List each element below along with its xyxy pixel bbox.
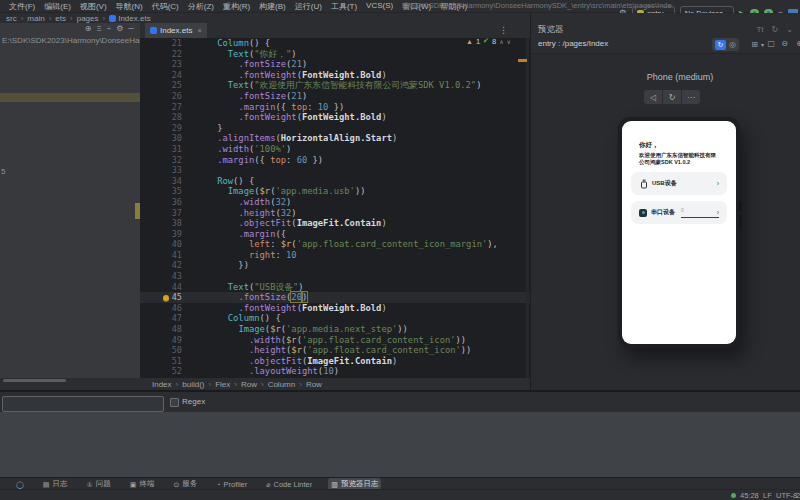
tool-tab-profiler[interactable]: ◔Profiler xyxy=(213,479,250,490)
lightbulb-icon[interactable] xyxy=(163,295,169,301)
gutter[interactable]: 38 xyxy=(140,218,196,229)
editor-breadcrumb-item[interactable]: Flex xyxy=(215,380,230,389)
code-line[interactable]: 35 Image($r('app.media.usb')) xyxy=(140,186,530,197)
preview-target[interactable]: entry : /pages/Index xyxy=(538,39,608,48)
gutter[interactable]: 21 xyxy=(140,38,196,49)
gutter[interactable]: 52 xyxy=(140,366,196,377)
code-line[interactable]: 23 .fontSize(21) xyxy=(140,59,530,70)
code-line[interactable]: 50 .height($r('app.float.card_content_ic… xyxy=(140,345,530,356)
regex-checkbox[interactable] xyxy=(170,398,179,407)
code-line[interactable]: 32 .margin({ top: 60 }) xyxy=(140,155,530,166)
fit-frame-icon[interactable]: ▢ xyxy=(767,40,775,48)
code-line[interactable]: 30 .alignItems(HorizontalAlign.Start) xyxy=(140,133,530,144)
gutter[interactable]: 47 xyxy=(140,313,196,324)
editor-breadcrumb-item[interactable]: Row xyxy=(306,380,322,389)
scrollbar-thumb[interactable] xyxy=(3,379,66,382)
gutter[interactable]: 26 xyxy=(140,91,196,102)
breadcrumb-item[interactable]: pages xyxy=(77,14,99,23)
gutter[interactable]: 32 xyxy=(140,155,196,166)
menu-item[interactable]: 构建(B) xyxy=(259,1,286,12)
gutter[interactable]: 33 xyxy=(140,165,196,176)
gutter[interactable]: 29 xyxy=(140,123,196,134)
close-icon[interactable]: × xyxy=(197,27,201,34)
gutter[interactable]: 50 xyxy=(140,345,196,356)
warning-stripe-mark[interactable] xyxy=(518,59,527,62)
log-content-area[interactable] xyxy=(0,412,800,477)
tab-index-ets[interactable]: Index.ets × xyxy=(145,23,207,38)
gutter[interactable]: 41 xyxy=(140,250,196,261)
rotate-icon[interactable]: ↻ xyxy=(663,90,681,104)
tool-tab-run[interactable]: ◯ xyxy=(13,480,27,489)
code-line[interactable]: 38 .objectFit(ImageFit.Contain) xyxy=(140,218,530,229)
breadcrumb-item[interactable]: Index.ets xyxy=(109,14,150,23)
prev-issue-icon[interactable]: ∧ xyxy=(499,38,503,45)
gutter[interactable]: 36 xyxy=(140,197,196,208)
code-line[interactable]: 29 } xyxy=(140,123,530,134)
font-size-icon[interactable]: Tt xyxy=(756,25,763,34)
hide-panel-icon[interactable]: ⌄ xyxy=(786,25,793,34)
line-separator[interactable]: LF xyxy=(763,491,772,500)
next-issue-icon[interactable]: ∨ xyxy=(507,38,511,45)
gutter[interactable]: 22 xyxy=(140,49,196,60)
gutter[interactable]: 27 xyxy=(140,102,196,113)
code-line[interactable]: 52 .layoutWeight(10) xyxy=(140,366,530,377)
code-line[interactable]: 49 .width($r('app.float.card_content_ico… xyxy=(140,335,530,346)
editor-vscrollbar[interactable] xyxy=(526,38,529,378)
more-icon[interactable]: ⋯ xyxy=(682,90,700,104)
gutter[interactable]: 30 xyxy=(140,133,196,144)
serial-value-input[interactable]: 0 xyxy=(681,207,719,218)
gutter[interactable]: 25 xyxy=(140,80,196,91)
menu-item[interactable]: 编辑(E) xyxy=(44,1,71,12)
usb-device-card[interactable]: USB设备 › xyxy=(631,172,727,195)
gutter[interactable]: 40 xyxy=(140,239,196,250)
code-line[interactable]: 47 Column() { xyxy=(140,313,530,324)
code-line[interactable]: 27 .margin({ top: 10 }) xyxy=(140,102,530,113)
indent-size[interactable]: 2 xyxy=(796,491,800,500)
tool-tab-code-linter[interactable]: ⌀Code Linter xyxy=(263,479,315,490)
code-line[interactable]: 28 .fontWeight(FontWeight.Bold) xyxy=(140,112,530,123)
gutter[interactable]: 28 xyxy=(140,112,196,123)
zoom-out-icon[interactable]: ⊖ xyxy=(781,40,788,48)
editor-breadcrumb-item[interactable]: Row xyxy=(241,380,257,389)
gutter[interactable]: 24 xyxy=(140,70,196,81)
breadcrumb-item[interactable]: main xyxy=(27,14,44,23)
gutter[interactable]: 39 xyxy=(140,229,196,240)
menu-item[interactable]: 运行(U) xyxy=(295,1,322,12)
file-encoding[interactable]: UTF-8 xyxy=(776,491,797,500)
caret-position[interactable]: 45:28 xyxy=(740,491,759,500)
code-line[interactable]: 45 .fontSize(20) xyxy=(140,292,530,303)
project-path-text[interactable]: E:\SDK\SDK2023\Harmony\DonseeHarmonySDK_… xyxy=(2,36,140,45)
code-line[interactable]: 26 .fontSize(21) xyxy=(140,91,530,102)
code-line[interactable]: 43 xyxy=(140,271,530,282)
menu-item[interactable]: 分析(Z) xyxy=(188,1,214,12)
gutter[interactable]: 31 xyxy=(140,144,196,155)
code-line[interactable]: 31 .width('100%') xyxy=(140,144,530,155)
gutter[interactable]: 49 xyxy=(140,335,196,346)
code-line[interactable]: 40 left: $r('app.float.card_content_icon… xyxy=(140,239,530,250)
code-line[interactable]: 22 Text("你好，") xyxy=(140,49,530,60)
gutter[interactable]: 43 xyxy=(140,271,196,282)
code-editor[interactable]: 21 Column() {22 Text("你好，")23 .fontSize(… xyxy=(140,38,530,378)
serial-device-card[interactable]: 串口设备 0 › xyxy=(631,201,727,224)
gutter[interactable]: 46 xyxy=(140,303,196,314)
gutter[interactable]: 37 xyxy=(140,208,196,219)
gutter[interactable]: 23 xyxy=(140,59,196,70)
code-line[interactable]: 36 .width(32) xyxy=(140,197,530,208)
gutter[interactable]: 44 xyxy=(140,282,196,293)
code-line[interactable]: 24 .fontWeight(FontWeight.Bold) xyxy=(140,70,530,81)
code-line[interactable]: 44 Text("USB设备") xyxy=(140,282,530,293)
editor-breadcrumb-item[interactable]: Column xyxy=(268,380,296,389)
expand-all-icon[interactable]: Ξ xyxy=(97,25,102,33)
selected-tree-row[interactable] xyxy=(0,93,140,102)
menu-item[interactable]: VCS(S) xyxy=(366,1,393,12)
chevron-down-icon[interactable]: ▾ xyxy=(761,41,764,48)
code-line[interactable]: 33 xyxy=(140,165,530,176)
hide-panel-icon[interactable]: ─ xyxy=(128,25,134,33)
collapse-all-icon[interactable]: ÷ xyxy=(107,25,111,33)
menu-item[interactable]: 文件(F) xyxy=(9,1,35,12)
back-icon[interactable]: ◁ xyxy=(644,90,662,104)
code-line[interactable]: 42 }) xyxy=(140,260,530,271)
left-panel-hscrollbar[interactable] xyxy=(0,378,140,383)
menu-item[interactable]: 导航(N) xyxy=(116,1,143,12)
gutter[interactable]: 42 xyxy=(140,260,196,271)
